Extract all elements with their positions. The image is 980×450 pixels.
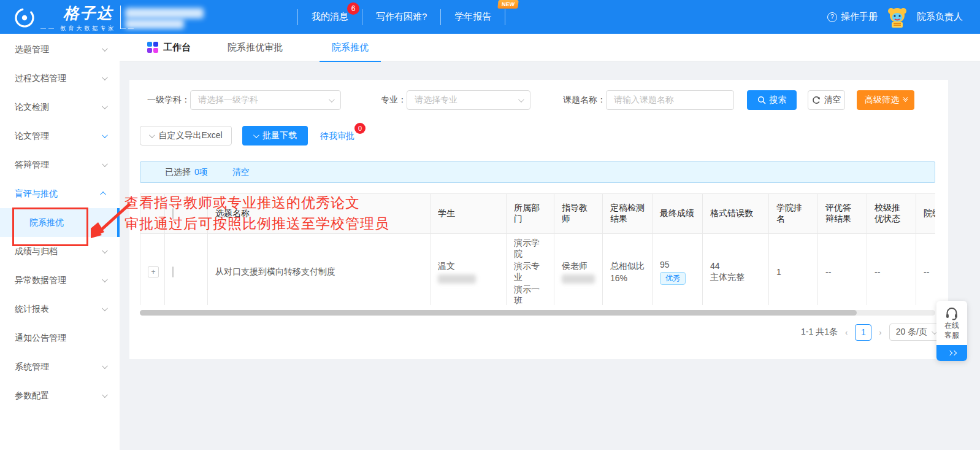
chevron-down-icon [102, 74, 108, 80]
workbench-grid-icon [147, 42, 158, 53]
logo-tagline: 教育大数据专家 [40, 25, 136, 33]
chevron-down-icon [102, 247, 108, 254]
prev-page-button[interactable]: ‹ [844, 328, 849, 337]
advisor-id-blurred [562, 274, 595, 284]
cell-topic: 从对口支援到横向转移支付制度 [208, 234, 431, 306]
tab-workbench[interactable]: 工作台 [147, 34, 191, 61]
selection-bar: 已选择 0项 清空 [140, 161, 935, 183]
chevron-down-icon [253, 132, 259, 138]
school-name-blurred-2 [125, 19, 184, 29]
col-student: 学生 [431, 194, 507, 234]
col-college-promote-status: 院级推优状态 [916, 194, 936, 234]
sidebar-item-system-management[interactable]: 系统管理 [0, 352, 120, 381]
col-advisor: 指导教师 [554, 194, 603, 234]
message-count-badge: 6 [347, 2, 359, 15]
page-size-select[interactable]: 20 条/页 [889, 324, 941, 341]
cell-student: 温文 [431, 234, 507, 306]
brand-logo: 格子达 教育大数据专家 [13, 3, 136, 33]
col-final-score: 最终成绩 [653, 194, 703, 234]
tab-bar: 工作台 院系推优审批 院系推优 [120, 34, 980, 61]
cell-advisor: 侯老师 [554, 234, 603, 306]
clear-button[interactable]: 清空 [808, 90, 845, 110]
user-role[interactable]: 院系负责人 [917, 11, 963, 23]
top-header: 格子达 教育大数据专家 我的消息 6 写作有困难? 学年报告 NEW [0, 0, 980, 34]
chevron-right-icon [951, 351, 956, 355]
excellent-badge: 优秀 [660, 272, 686, 285]
filter-row: 一级学科： 请选择一级学科 专业： 请选择专业 课题名称： 请输入课题名称 搜索… [129, 90, 948, 110]
chevron-down-icon [102, 305, 108, 311]
chevron-up-icon [100, 192, 106, 198]
custom-export-excel-button[interactable]: 自定义导出Excel [140, 126, 232, 145]
chevron-down-icon [102, 132, 108, 138]
page-number-button[interactable]: 1 [855, 324, 871, 341]
next-page-button[interactable]: › [878, 328, 882, 337]
chevron-down-icon [102, 276, 108, 282]
major-label: 专业： [377, 90, 407, 110]
advanced-filter-button[interactable]: 高级筛选 [857, 90, 914, 110]
pagination: 1-1 共1条 ‹ 1 › 20 条/页 [801, 323, 941, 341]
online-service-widget[interactable]: 在线 客服 [936, 301, 967, 361]
batch-download-button[interactable]: 批量下载 [242, 126, 308, 145]
chevron-down-icon [102, 363, 108, 369]
sidebar-item-notice-management[interactable]: 通知公告管理 [0, 324, 120, 352]
selection-clear-link[interactable]: 清空 [232, 167, 250, 178]
pending-approval-wrap: 待我审批 0 [320, 130, 354, 142]
student-id-blurred [438, 274, 476, 284]
sidebar-item-process-docs[interactable]: 过程文档管理 [0, 64, 120, 93]
manual-link[interactable]: ? 操作手册 [827, 11, 878, 23]
sidebar-item-topic-management[interactable]: 选题管理 [0, 35, 120, 64]
row-checkbox[interactable] [172, 266, 174, 277]
sidebar-item-statistics-report[interactable]: 统计报表 [0, 295, 120, 324]
nav-my-messages[interactable]: 我的消息 6 [298, 11, 362, 23]
topic-name-input[interactable]: 请输入课题名称 [606, 90, 734, 110]
major-select[interactable]: 请选择专业 [407, 90, 530, 110]
cell-department: 演示学院 演示专业 演示一班 [507, 234, 554, 306]
sidebar-item-parameter-config[interactable]: 参数配置 [0, 381, 120, 410]
service-text-line1: 在线 [944, 320, 959, 330]
search-icon [757, 96, 766, 104]
chevron-down-icon [518, 96, 524, 103]
nav-writing-help[interactable]: 写作有困难? [362, 11, 440, 23]
sidebar-item-thesis-management[interactable]: 论文管理 [0, 122, 120, 150]
nav-year-report[interactable]: 学年报告 NEW [441, 11, 505, 23]
annotation-arrow [86, 200, 134, 244]
pagination-total: 1-1 共1条 [801, 327, 838, 338]
table-row: + 从对口支援到横向转移支付制度 温文 演示学院 演 [140, 234, 936, 306]
search-button[interactable]: 搜索 [747, 90, 797, 110]
nav-separator [505, 9, 505, 25]
col-format-errors: 格式错误数 [703, 194, 769, 234]
col-school-promote-status: 校级推优状态 [867, 194, 916, 234]
pending-approval-link[interactable]: 待我审批 [320, 131, 354, 141]
app-root: 格子达 教育大数据专家 我的消息 6 写作有困难? 学年报告 NEW [0, 0, 980, 450]
header-right: ? 操作手册 院系负责人 [827, 0, 963, 34]
sidebar-item-thesis-check[interactable]: 论文检测 [0, 93, 120, 122]
chevron-down-icon [329, 96, 335, 103]
tab-college-promotion[interactable]: 院系推优 [320, 34, 381, 61]
tab-college-promotion-approval[interactable]: 院系推优审批 [228, 34, 283, 61]
cell-college-rank: 1 [769, 234, 818, 306]
cell-defense-result: -- [818, 234, 867, 306]
sidebar-item-defense-management[interactable]: 答辩管理 [0, 150, 120, 179]
chevron-down-icon [102, 392, 108, 398]
topic-name-label: 课题名称： [561, 90, 606, 110]
toolbar-row: 自定义导出Excel 批量下载 待我审批 0 [140, 126, 354, 145]
annotation-rectangle [12, 208, 88, 246]
row-expand-button[interactable]: + [148, 266, 159, 277]
cell-final-score: 95 优秀 [653, 234, 703, 306]
col-college-rank: 学院排名 [769, 194, 818, 234]
col-final-check-result: 定稿检测结果 [603, 194, 653, 234]
chevron-down-icon [102, 45, 108, 52]
subject-select[interactable]: 请选择一级学科 [190, 90, 341, 110]
chevron-down-icon [102, 161, 108, 167]
horizontal-scrollbar [140, 310, 935, 316]
horizontal-scrollbar-thumb[interactable] [140, 310, 857, 316]
mascot-avatar[interactable] [886, 6, 908, 28]
cell-college-promote-status: -- [916, 234, 936, 306]
sidebar-item-abnormal-data[interactable]: 异常数据管理 [0, 266, 120, 295]
school-name-blurred [125, 8, 204, 18]
selected-prefix: 已选择 [165, 167, 191, 178]
service-expand-button[interactable] [936, 345, 967, 361]
double-chevron-down-icon [903, 98, 906, 102]
annotation-line2: 审批通过后可按照比例推送至学校管理员 [124, 214, 389, 233]
cell-format-errors: 44 主体完整 [703, 234, 769, 306]
